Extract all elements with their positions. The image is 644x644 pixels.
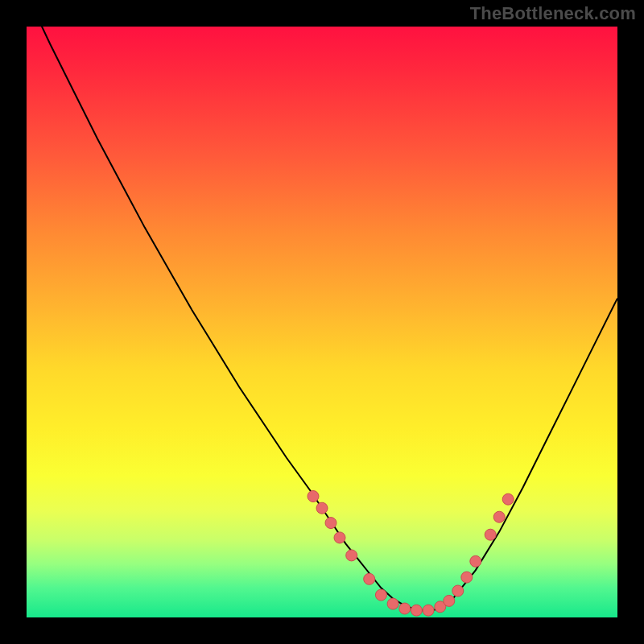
curve-marker <box>461 572 473 583</box>
curve-marker <box>470 555 481 567</box>
curve-marker <box>325 518 336 529</box>
curve-marker <box>444 595 455 606</box>
watermark-text: TheBottleneck.com <box>470 3 636 24</box>
curve-marker <box>387 598 398 609</box>
curve-marker <box>308 491 319 502</box>
curve-marker <box>346 550 357 561</box>
curve-marker <box>411 605 422 616</box>
curve-marker <box>334 532 345 543</box>
chart-frame: TheBottleneck.com <box>0 0 644 644</box>
curve-marker <box>316 502 328 514</box>
curve-marker <box>399 603 411 614</box>
curve-marker <box>493 511 505 522</box>
curve-line <box>27 0 617 611</box>
curve-marker <box>375 589 386 601</box>
curve-marker <box>452 585 464 597</box>
curve-marker <box>485 529 496 540</box>
curve-markers <box>308 491 514 617</box>
curve-marker <box>364 573 375 584</box>
curve-marker <box>423 605 434 616</box>
plot-area <box>27 27 617 617</box>
bottleneck-curve <box>27 27 617 617</box>
curve-marker <box>502 493 514 505</box>
